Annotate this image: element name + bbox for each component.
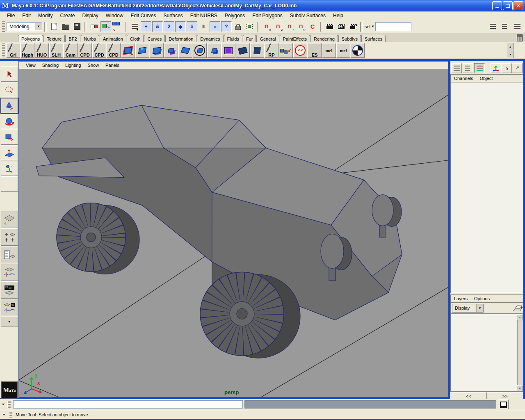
toggle-tool-settings-button[interactable] — [500, 21, 510, 32]
options-menu[interactable]: Options — [471, 296, 493, 301]
save-scene-button[interactable] — [72, 21, 82, 32]
layers-menu[interactable]: Layers — [451, 296, 471, 301]
rotate-tool-button[interactable] — [1, 114, 18, 129]
status-line-grip[interactable] — [2, 21, 5, 32]
shelf-move-component-icon[interactable]: ↙ — [279, 43, 293, 58]
shelf-tab-texture[interactable]: Texture — [43, 35, 65, 42]
last-tool-slot[interactable] — [1, 176, 18, 192]
select-component-button[interactable]: ↘ — [112, 21, 123, 32]
shelf-poly-icon-4[interactable] — [164, 43, 178, 58]
layer-scrollbar[interactable]: ▲ ▼ — [517, 314, 523, 391]
layout-persp-hypergraph-button[interactable] — [1, 299, 18, 316]
create-layer-icon[interactable] — [514, 305, 522, 311]
shelf-tab-general[interactable]: General — [256, 35, 279, 42]
panel-menu-shading[interactable]: Shading — [39, 62, 62, 68]
menu-polygons[interactable]: Polygons — [221, 12, 249, 19]
maximize-button[interactable] — [503, 1, 513, 10]
layer-display-selector[interactable]: Display ▼ — [452, 304, 484, 313]
shelf-tab-nurbs[interactable]: Nurbs — [81, 35, 99, 42]
help-line-grip[interactable] — [9, 412, 12, 418]
shelf-tab-cloth[interactable]: Cloth — [127, 35, 144, 42]
show-manipulator-tool-button[interactable] — [1, 161, 18, 176]
menu-file[interactable]: File — [3, 12, 18, 19]
shelf-tab-deformation[interactable]: Deformation — [165, 35, 196, 42]
command-input[interactable] — [13, 400, 243, 409]
mask-curves-button[interactable]: 2 — [164, 21, 174, 32]
select-object-button[interactable]: ↘ — [100, 21, 111, 32]
toggle-attribute-editor-button[interactable] — [487, 21, 498, 32]
select-tool-button[interactable] — [1, 66, 18, 82]
soft-mod-tool-button[interactable] — [1, 145, 18, 160]
pointer-mode-button[interactable]: ↗ — [512, 63, 523, 73]
toolbar-separator[interactable] — [84, 22, 87, 32]
mask-rendering-button[interactable]: ● — [210, 21, 220, 32]
move-tool-button[interactable] — [0, 98, 18, 114]
shelf-button-huo[interactable]: HUO — [35, 43, 49, 58]
shelf-mel-button-2[interactable]: mel — [336, 43, 350, 58]
shelf-tab-bf2[interactable]: BF2 — [65, 35, 80, 42]
chevron-down-icon[interactable]: ▼ — [35, 23, 42, 30]
panel-menu-lighting[interactable]: Lighting — [62, 62, 84, 68]
perspective-viewport[interactable]: View Shading Lighting Show Panels — [18, 61, 449, 398]
spinner-down-icon[interactable]: ▼ — [507, 50, 514, 58]
render-globals-button[interactable]: ▫ — [347, 21, 358, 32]
mask-misc-button[interactable]: ? — [221, 21, 232, 32]
shelf-tab-subdivs[interactable]: Subdivs — [338, 35, 361, 42]
highlight-selection-button[interactable] — [244, 21, 255, 32]
chevron-down-icon[interactable]: ▼ — [476, 304, 483, 312]
toggle-channel-box-button[interactable] — [512, 21, 523, 32]
set-object-selection-mask-button[interactable]: ▼ — [129, 21, 140, 32]
shelf-tab-curves[interactable]: Curves — [144, 35, 165, 42]
toolbar-separator[interactable] — [44, 22, 47, 32]
shelf-button-cpd-1[interactable]: CPD — [78, 43, 92, 58]
lasso-tool-button[interactable] — [1, 82, 18, 97]
mask-surfaces-button[interactable]: ◆ — [175, 21, 186, 32]
shelf-tab-dynamics[interactable]: Dynamics — [197, 35, 223, 42]
minimize-button[interactable] — [492, 1, 502, 10]
shelf-tab-fluids[interactable]: Fluids — [224, 35, 242, 42]
panel-menu-show[interactable]: Show — [84, 62, 103, 68]
collapse-arrow-icon[interactable] — [2, 414, 6, 417]
layout-persp-graph-button[interactable] — [1, 264, 18, 281]
toolbar-separator[interactable] — [360, 22, 363, 32]
mask-deformations-button[interactable]: # — [187, 21, 197, 32]
menu-set-selector[interactable]: Modeling ▼ — [7, 22, 42, 31]
channel-layer-toggle-button[interactable] — [474, 63, 485, 73]
menu-help[interactable]: Help — [329, 12, 347, 19]
ipr-render-button[interactable]: IPR — [336, 21, 347, 32]
mask-dynamics-button[interactable]: ✱ — [198, 21, 209, 32]
spinner-up-icon[interactable]: ▲ — [507, 43, 514, 50]
viewport-canvas[interactable]: y x persp — [19, 69, 448, 397]
panel-menu-panels[interactable]: Panels — [102, 62, 123, 68]
shelf-tab-painteffects[interactable]: PaintEffects — [280, 35, 310, 42]
layer-editor-toggle-button[interactable] — [463, 63, 473, 73]
shelf-tab-surfaces[interactable]: Surfaces — [361, 35, 386, 42]
menu-surfaces[interactable]: Surfaces — [160, 12, 186, 19]
menu-edit[interactable]: Edit — [18, 12, 34, 19]
layout-menu-button[interactable]: ▼ — [1, 317, 18, 326]
menu-modify[interactable]: Modify — [34, 12, 56, 19]
shelf-split-polygon-icon[interactable]: ➤ — [121, 43, 135, 58]
rear-wheel[interactable] — [57, 203, 139, 274]
scale-tool-button[interactable] — [1, 130, 18, 145]
shelf-scroll-spinner[interactable]: ▲▼ — [507, 43, 514, 58]
layer-list-empty-area[interactable]: ▲ ▼ — [450, 314, 523, 392]
scroll-up-icon[interactable]: ▲ — [517, 314, 523, 320]
shelf-button-gri[interactable]: Gri — [6, 43, 20, 58]
shelf-button-cpd-3[interactable]: CPD — [107, 43, 121, 58]
menu-display[interactable]: Display — [78, 12, 102, 19]
shelf-delete-history-icon[interactable]: ✕✕ — [293, 43, 307, 58]
toolbar-separator[interactable] — [320, 22, 322, 32]
collapse-arrow-icon[interactable] — [2, 404, 5, 407]
shelf-tab-rendering[interactable]: Rendering — [310, 35, 338, 42]
mask-parm-points-button[interactable]: & — [152, 21, 163, 32]
layout-hypershade-persp-button[interactable] — [1, 281, 18, 299]
menu-edit-polygons[interactable]: Edit Polygons — [249, 12, 286, 19]
snap-to-plane-button[interactable]: U◇ — [296, 21, 306, 32]
shelf-tab-animation[interactable]: Animation — [100, 35, 126, 42]
snap-to-curve-button[interactable]: U2 — [273, 21, 283, 32]
channel-box-toggle-button[interactable] — [451, 63, 462, 73]
menu-window[interactable]: Window — [102, 12, 127, 19]
shelf-grip[interactable] — [2, 43, 5, 57]
open-scene-button[interactable] — [60, 21, 71, 32]
